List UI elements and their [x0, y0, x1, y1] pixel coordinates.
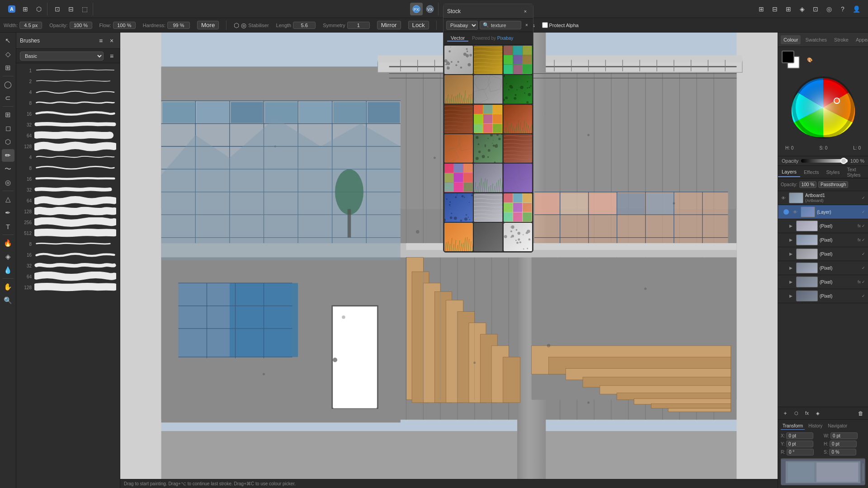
hardness-input[interactable]: 99 % — [167, 22, 190, 29]
delete-layer-button[interactable]: 🗑 — [856, 409, 865, 418]
brushes-options-button[interactable]: ≡ — [96, 36, 105, 45]
brush-row[interactable]: 16 — [18, 108, 118, 119]
navigator-thumbnail[interactable] — [781, 458, 865, 485]
length-input[interactable]: 5.6 — [293, 22, 316, 29]
stock-item[interactable] — [444, 164, 473, 192]
brushes-category-select[interactable]: Basic — [20, 52, 104, 61]
stabiliser-toggle[interactable]: ◎ — [241, 22, 246, 29]
user-button[interactable]: 👤 — [850, 3, 863, 15]
stock-item[interactable] — [444, 223, 473, 251]
move-tool[interactable]: ↖ — [2, 34, 14, 47]
brush-row[interactable]: 32 — [18, 119, 118, 130]
brush-row[interactable]: 256 — [18, 217, 118, 228]
stock-item[interactable] — [444, 46, 473, 74]
layer-vis-pixel4[interactable]: ▶ — [787, 264, 794, 272]
stock-item[interactable] — [474, 193, 502, 222]
stock-item[interactable] — [504, 164, 532, 192]
stock-item[interactable] — [504, 193, 532, 222]
layer-item-pixel-3[interactable]: ▶ (Pixel) ✓ — [778, 247, 868, 261]
layer-item-pixel-1[interactable]: ▶ (Pixel) fx ✓ — [778, 219, 868, 233]
shape-tool[interactable]: △ — [2, 193, 14, 206]
text-tool[interactable]: T — [2, 220, 14, 233]
brush-row[interactable]: 32 — [18, 260, 118, 271]
protect-alpha-checkbox[interactable] — [542, 22, 548, 28]
pixel-persona-button[interactable]: PX — [410, 3, 423, 15]
stock-close-button[interactable]: × — [521, 7, 529, 15]
x-input[interactable] — [786, 432, 813, 439]
tab-swatches[interactable]: Swatches — [802, 35, 830, 44]
pen-tool[interactable]: ✒ — [2, 206, 14, 219]
brush-row[interactable]: 8 — [18, 163, 118, 174]
brush-row[interactable]: 4 — [18, 87, 118, 98]
stock-item[interactable] — [474, 223, 502, 251]
hand-tool[interactable]: ✋ — [2, 281, 14, 293]
stock-item[interactable] — [504, 46, 532, 74]
smudge-tool[interactable]: 〜 — [2, 163, 14, 175]
mirror-button[interactable]: Mirror — [377, 21, 401, 29]
brush-row[interactable]: 64 — [18, 130, 118, 141]
stock-item[interactable] — [504, 75, 532, 103]
pixabay-link[interactable]: Pixabay — [497, 36, 514, 41]
stock-item[interactable] — [504, 223, 532, 251]
tab-transform[interactable]: Transform — [781, 422, 805, 430]
layer-check-pixel4[interactable]: ✓ — [862, 266, 865, 270]
stock-item[interactable] — [474, 46, 502, 74]
tab-styles[interactable]: Styles — [822, 168, 843, 177]
brushes-close-button[interactable]: × — [107, 36, 116, 45]
color-picker-button[interactable]: 🎨 — [805, 55, 814, 64]
brush-row[interactable]: 16 — [18, 174, 118, 184]
opacity-handle[interactable] — [840, 158, 847, 164]
fx-button[interactable]: fx — [802, 409, 811, 418]
layer-item-pixel-5[interactable]: ▶ (Pixel) fx ✓ — [778, 275, 868, 289]
layer-vis-pixel6[interactable]: ▶ — [787, 292, 794, 300]
layer-check-pixel2[interactable]: ✓ — [862, 238, 865, 242]
stock-item[interactable] — [474, 75, 502, 103]
zoom-tool[interactable]: 🔍 — [2, 294, 14, 307]
app-menu-button[interactable]: A — [5, 3, 18, 15]
layer-vis-pixel5[interactable]: ▶ — [787, 278, 794, 286]
paint-brush-tool[interactable]: ⊞ — [2, 108, 14, 121]
layers-opacity-value[interactable]: 100 % — [799, 181, 816, 188]
layer-item-pixel-4[interactable]: ▶ (Pixel) ✓ — [778, 261, 868, 275]
fill-tool[interactable]: 🔥 — [2, 237, 14, 249]
layer-vis-pixel2[interactable]: ▶ — [787, 236, 794, 244]
brush-row[interactable]: 2 — [18, 76, 118, 87]
snapping-button[interactable]: ⊞ — [755, 3, 768, 15]
tab-vector[interactable]: Vector — [447, 35, 468, 42]
flow-input[interactable]: 100 % — [113, 22, 136, 29]
lock-button[interactable]: Lock — [408, 21, 429, 29]
brush-row[interactable]: 16 — [18, 249, 118, 260]
selection-tool-button[interactable]: ⊡ — [51, 3, 64, 15]
layers-blend-value[interactable]: Passthrough — [818, 181, 848, 188]
stock-item[interactable] — [444, 105, 473, 133]
layer-check-active[interactable]: ✓ — [862, 210, 865, 214]
layer-vis-pixel1[interactable]: ▶ — [787, 222, 794, 230]
tab-history[interactable]: History — [807, 422, 824, 430]
layer-vis-active[interactable]: 👁 — [792, 208, 799, 216]
inpainting-tool[interactable]: ⊂ — [2, 92, 14, 104]
brushes-category-options[interactable]: ≡ — [107, 52, 116, 61]
layer-item-artboard[interactable]: 👁 Artboard1 (Artboard) ✓ — [778, 191, 868, 205]
h-input[interactable] — [830, 441, 857, 447]
brush-row[interactable]: 128 — [18, 141, 118, 152]
stock-item[interactable] — [474, 134, 502, 163]
w-input[interactable] — [830, 432, 858, 439]
layer-fx-pixel1[interactable]: fx — [858, 224, 861, 228]
brush-row[interactable]: 32 — [18, 184, 118, 195]
stabiliser-icon[interactable]: ⬡ — [234, 22, 239, 29]
share-button[interactable]: ⬡ — [33, 3, 45, 15]
tab-colour[interactable]: Colour — [781, 35, 801, 44]
tab-navigator[interactable]: Navigator — [826, 422, 849, 430]
export-tool-button[interactable]: ⬚ — [78, 3, 91, 15]
layer-check-pixel1[interactable]: ✓ — [862, 224, 865, 228]
node-tool[interactable]: ◇ — [2, 48, 14, 61]
brushes-list[interactable]: 1248163264128481632641282565128163264128 — [16, 63, 120, 488]
layer-item-active[interactable]: 👁 (Layer) ✓ — [778, 205, 868, 219]
layer-vis-pixel3[interactable]: ▶ — [787, 250, 794, 258]
brush-row[interactable]: 8 — [18, 239, 118, 249]
layer-check-pixel6[interactable]: ✓ — [862, 294, 865, 298]
zoom-button[interactable]: ⊡ — [809, 3, 822, 15]
gradient-tool[interactable]: ◈ — [2, 250, 14, 263]
context-menu-button[interactable]: ⊞ — [19, 3, 32, 15]
assistant-button[interactable]: ◎ — [823, 3, 835, 15]
